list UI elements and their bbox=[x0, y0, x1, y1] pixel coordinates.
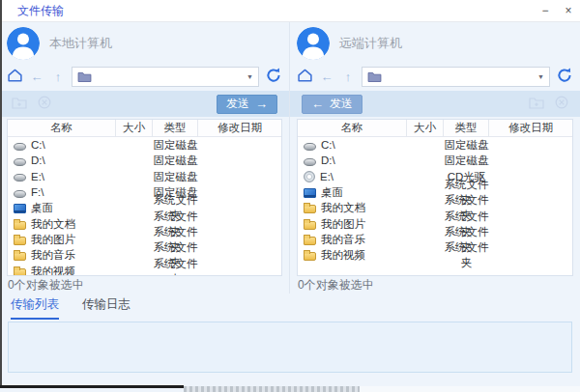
header-name[interactable]: 名称 bbox=[8, 120, 116, 136]
file-icon bbox=[14, 174, 26, 182]
table-row[interactable]: D:\ 固定磁盘 bbox=[298, 153, 572, 168]
table-row[interactable]: 桌面 系统文件夹 bbox=[8, 200, 281, 215]
remote-computer-header: 远端计算机 bbox=[297, 22, 573, 65]
chevron-down-icon[interactable]: ▼ bbox=[537, 73, 544, 80]
computer-label: 本地计算机 bbox=[49, 35, 112, 52]
remote-action-toolbar: ← 发送 bbox=[290, 91, 580, 117]
cell-name: 我的文档 bbox=[31, 216, 75, 232]
address-combobox[interactable]: ▼ bbox=[362, 67, 550, 87]
back-arrow-icon: ← bbox=[321, 70, 334, 84]
cell-name: 我的图片 bbox=[321, 216, 365, 232]
header-date[interactable]: 修改日期 bbox=[489, 120, 572, 136]
cell-type: 系统文件夹 bbox=[153, 256, 198, 275]
cell-name: 我的音乐 bbox=[321, 232, 365, 247]
send-button-label: 发送 bbox=[226, 96, 249, 112]
user-avatar-icon bbox=[7, 27, 40, 60]
tab-transfer-list[interactable]: 传输列表 bbox=[11, 296, 59, 320]
home-button[interactable] bbox=[297, 68, 313, 86]
table-row[interactable]: D:\ 固定磁盘 bbox=[8, 153, 281, 168]
file-transfer-window: 文件传输 − × 本地计算机 ← ↑ bbox=[0, 0, 580, 392]
file-icon bbox=[304, 237, 316, 245]
table-row[interactable]: C:\ 固定磁盘 bbox=[8, 137, 281, 153]
remote-selection-status: 0个对象被选中 bbox=[297, 276, 573, 294]
table-row[interactable]: 我的视频 系统文件夹 bbox=[8, 263, 281, 275]
cell-type: 固定磁盘 bbox=[153, 153, 198, 168]
header-type[interactable]: 类型 bbox=[153, 120, 198, 136]
up-button[interactable]: ↑ bbox=[50, 70, 66, 84]
bottom-tabs: 传输列表 传输日志 bbox=[0, 296, 580, 320]
chevron-down-icon[interactable]: ▼ bbox=[246, 73, 253, 80]
cell-type: 固定磁盘 bbox=[444, 137, 489, 153]
table-row[interactable]: 我的音乐 系统文件夹 bbox=[8, 247, 281, 263]
file-panels: 本地计算机 ← ↑ ▼ bbox=[0, 22, 580, 294]
back-arrow-icon: ← bbox=[31, 70, 44, 84]
table-row[interactable]: 我的文档 系统文件夹 bbox=[8, 215, 281, 231]
table-row[interactable]: 我的图片 系统文件夹 bbox=[298, 215, 572, 231]
table-row[interactable]: E:\ CD光驱 bbox=[298, 169, 572, 184]
arrow-right-icon: → bbox=[255, 98, 268, 110]
minimize-button[interactable]: − bbox=[534, 0, 557, 21]
table-row[interactable]: 我的图片 系统文件夹 bbox=[8, 232, 281, 247]
up-arrow-icon: ↑ bbox=[55, 70, 62, 84]
arrow-left-icon: ← bbox=[311, 98, 324, 110]
tab-transfer-log[interactable]: 传输日志 bbox=[82, 296, 130, 320]
refresh-button[interactable] bbox=[556, 67, 573, 87]
local-nav-toolbar: ← ↑ ▼ bbox=[7, 65, 282, 89]
refresh-button[interactable] bbox=[265, 67, 282, 87]
table-row[interactable]: 我的音乐 系统文件夹 bbox=[298, 232, 572, 247]
new-folder-button[interactable] bbox=[12, 96, 27, 112]
header-date[interactable]: 修改日期 bbox=[198, 120, 281, 136]
cell-name: 我的图片 bbox=[31, 232, 75, 247]
user-avatar-icon bbox=[297, 27, 330, 60]
remote-table-header: 名称 大小 类型 修改日期 bbox=[298, 120, 572, 137]
remote-nav-toolbar: ← ↑ ▼ bbox=[297, 65, 573, 89]
minimize-icon: − bbox=[541, 4, 548, 17]
panel-remote: 远端计算机 ← ↑ ▼ ← 发送 bbox=[290, 22, 580, 294]
back-button[interactable]: ← bbox=[319, 70, 334, 84]
send-to-remote-button[interactable]: 发送 → bbox=[217, 95, 277, 114]
panel-local: 本地计算机 ← ↑ ▼ bbox=[0, 22, 290, 294]
table-row[interactable]: C:\ 固定磁盘 bbox=[298, 137, 572, 153]
header-size[interactable]: 大小 bbox=[116, 120, 153, 136]
cell-name: C:\ bbox=[31, 137, 45, 153]
new-folder-icon bbox=[529, 96, 544, 112]
transfer-list-panel bbox=[8, 322, 572, 373]
cell-name: E:\ bbox=[31, 169, 44, 184]
cell-type: 固定磁盘 bbox=[153, 169, 198, 184]
back-button[interactable]: ← bbox=[29, 70, 44, 84]
file-icon bbox=[14, 237, 26, 245]
table-row[interactable]: F:\ 固定磁盘 bbox=[8, 184, 281, 200]
cell-name: 桌面 bbox=[321, 184, 343, 200]
local-computer-header: 本地计算机 bbox=[7, 22, 282, 65]
home-button[interactable] bbox=[7, 68, 23, 86]
file-icon bbox=[14, 252, 26, 261]
table-row[interactable]: E:\ 固定磁盘 bbox=[8, 169, 281, 184]
table-row[interactable]: 桌面 系统文件夹 bbox=[298, 184, 572, 200]
bottom-desktop-artifact bbox=[184, 386, 360, 392]
table-row[interactable]: 我的视频 系统文件夹 bbox=[298, 247, 572, 263]
new-folder-icon bbox=[12, 96, 27, 112]
deselect-button[interactable] bbox=[38, 96, 51, 112]
file-icon bbox=[14, 190, 26, 198]
local-selection-status: 0个对象被选中 bbox=[7, 276, 282, 294]
up-button[interactable]: ↑ bbox=[340, 70, 356, 84]
deselect-button[interactable] bbox=[555, 96, 568, 112]
table-row[interactable]: 我的文档 系统文件夹 bbox=[298, 200, 572, 215]
header-size[interactable]: 大小 bbox=[407, 120, 444, 136]
cell-name: D:\ bbox=[321, 153, 335, 168]
cell-type: 固定磁盘 bbox=[444, 153, 489, 168]
local-action-toolbar: 发送 → bbox=[0, 91, 289, 117]
address-combobox[interactable]: ▼ bbox=[72, 67, 259, 87]
new-folder-button[interactable] bbox=[529, 96, 544, 112]
file-icon bbox=[304, 171, 315, 182]
cell-name: 我的视频 bbox=[31, 264, 75, 275]
header-name[interactable]: 名称 bbox=[298, 120, 407, 136]
close-button[interactable]: × bbox=[557, 0, 580, 21]
header-type[interactable]: 类型 bbox=[444, 120, 489, 136]
cell-name: F:\ bbox=[31, 184, 44, 200]
file-icon bbox=[14, 221, 26, 230]
file-icon bbox=[304, 158, 316, 166]
send-to-local-button[interactable]: ← 发送 bbox=[302, 95, 362, 114]
cell-name: 我的视频 bbox=[321, 247, 365, 263]
cell-name: 我的音乐 bbox=[31, 247, 75, 263]
